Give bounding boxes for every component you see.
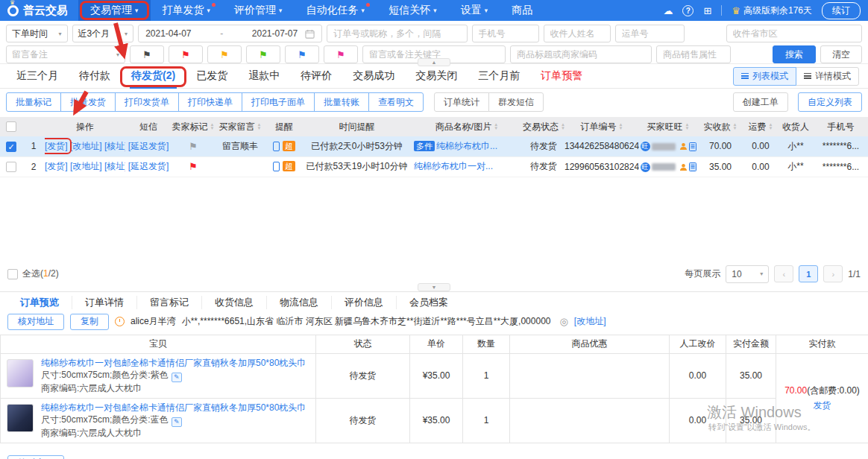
batch-ship-button[interactable]: 批量发货: [60, 92, 116, 112]
product-link[interactable]: 纯棉纱布枕巾一对...: [414, 161, 493, 171]
next-page-button[interactable]: ›: [823, 265, 843, 282]
seller-flag-icon[interactable]: ⚑: [189, 141, 198, 152]
col-trade-status[interactable]: 交易状态▲▼: [523, 117, 564, 136]
tab-trade-success[interactable]: 交易成功: [342, 64, 405, 89]
ship-now-link[interactable]: 发货: [814, 400, 831, 411]
ship-link[interactable]: [发货]: [45, 141, 68, 151]
per-page-select[interactable]: 10▾: [726, 265, 769, 283]
print-eorder-button[interactable]: 打印电子面单: [242, 92, 315, 112]
nav-item-automation[interactable]: 自动化任务▾: [295, 0, 377, 21]
wangwang-icon[interactable]: 旺: [641, 142, 650, 151]
product-attr-input[interactable]: [656, 45, 731, 63]
tab-pending-review[interactable]: 待评价: [290, 64, 342, 89]
collapse-up-handle[interactable]: ▲: [418, 58, 450, 66]
tab-member-file[interactable]: 会员档案: [396, 296, 461, 309]
flag-dark-button[interactable]: ⚑: [130, 45, 164, 63]
custom-list-button[interactable]: 自定义列表: [798, 92, 862, 112]
nav-item-print-ship[interactable]: 打单发货▾: [151, 0, 223, 21]
tab-pending-shipment[interactable]: 待发货(2): [121, 64, 186, 89]
select-all-checkbox[interactable]: [7, 269, 18, 279]
flag-blue-button[interactable]: ⚑: [285, 45, 319, 63]
clear-button[interactable]: 清空: [820, 45, 862, 63]
tab-review-info[interactable]: 评价信息: [331, 296, 396, 309]
list-mode-button[interactable]: 列表模式: [733, 67, 796, 86]
apps-icon[interactable]: ⊞: [703, 5, 711, 16]
message-remark-select[interactable]: 留言备注▾: [6, 45, 125, 63]
nav-item-review-management[interactable]: 评价管理▾: [222, 0, 295, 21]
region-input[interactable]: [726, 25, 862, 42]
tab-refunding[interactable]: 退款中: [238, 64, 290, 89]
col-freight[interactable]: 运费▲▼: [743, 117, 778, 136]
tab-pending-payment[interactable]: 待付款: [69, 64, 121, 89]
select-all-header-checkbox[interactable]: [6, 121, 16, 132]
change-address-link[interactable]: [改地址]: [70, 141, 102, 151]
row-checkbox[interactable]: ✓: [6, 142, 16, 152]
tracking-no-input[interactable]: [615, 25, 685, 42]
copy-button[interactable]: 复制: [70, 314, 109, 330]
member-icon[interactable]: [679, 163, 688, 171]
print-ship-list-button[interactable]: 打印发货单: [115, 92, 179, 112]
flag-magenta-button[interactable]: ⚑: [324, 45, 358, 63]
eye-icon[interactable]: ◎: [560, 316, 568, 327]
prev-page-button[interactable]: ‹: [774, 265, 793, 282]
print-express-button[interactable]: 打印快递单: [178, 92, 242, 112]
edit-address-link[interactable]: [改地址]: [574, 315, 606, 328]
phone-input[interactable]: [472, 25, 539, 42]
col-seller-mark[interactable]: 卖家标记▲▼: [172, 117, 215, 136]
tab-logistics-info[interactable]: 物流信息: [266, 296, 331, 309]
nav-item-settings[interactable]: 设置▾: [449, 0, 500, 21]
tab-older-than-three-months[interactable]: 三个月前: [468, 64, 530, 89]
collapse-down-handle[interactable]: ▼: [418, 283, 450, 291]
batch-transfer-button[interactable]: 批量转账: [314, 92, 369, 112]
order-stats-button[interactable]: 订单统计: [434, 92, 489, 112]
cloud-icon[interactable]: ☁: [663, 5, 673, 16]
change-address-link[interactable]: [改地址]: [70, 161, 102, 171]
check-address-button[interactable]: 核对地址: [7, 314, 64, 330]
nav-item-products[interactable]: 商品: [500, 0, 544, 21]
product-link[interactable]: 纯棉纱布枕巾...: [436, 141, 497, 151]
page-1-button[interactable]: 1: [799, 265, 818, 282]
memo-icon[interactable]: [689, 162, 696, 171]
verify-address-link[interactable]: [核址]: [104, 161, 125, 171]
order-time-select[interactable]: 下单时间▾: [6, 25, 68, 42]
product-title-link[interactable]: 纯棉纱布枕巾一对包邮全棉卡通情侣厂家直销秋冬加厚50*80枕头巾: [7, 402, 309, 414]
member-icon[interactable]: [679, 142, 688, 151]
create-ticket-button[interactable]: 创建工单: [733, 92, 788, 112]
tab-receiver-info[interactable]: 收货信息: [201, 296, 266, 309]
delay-ship-link[interactable]: [延迟发货]: [128, 141, 169, 151]
tab-order-detail[interactable]: 订单详情: [72, 296, 136, 309]
tab-order-preview[interactable]: 订单预览: [7, 296, 72, 309]
seller-flag-icon[interactable]: ⚑: [189, 161, 198, 172]
date-range-select[interactable]: 近3个月▾: [72, 25, 134, 42]
col-buyer-message[interactable]: 买家留言▲▼: [215, 117, 265, 136]
col-buyer-wangwang[interactable]: 买家旺旺▲▼: [639, 117, 697, 136]
edit-spec-icon[interactable]: ✎: [172, 417, 182, 427]
col-order-no[interactable]: 订单编号▲▼: [564, 117, 639, 136]
product-title-link[interactable]: 纯棉纱布枕巾一对包邮全棉卡通情侣厂家直销秋冬加厚50*80枕头巾: [7, 358, 309, 369]
wangwang-icon[interactable]: 旺: [641, 162, 650, 172]
tab-order-warning[interactable]: 订单预警: [530, 64, 593, 89]
memo-icon[interactable]: [689, 142, 696, 151]
date-range-picker[interactable]: 2021-04-07 - 2021-07-07: [138, 25, 322, 42]
receiver-name-input[interactable]: [544, 25, 611, 42]
tab-message-mark[interactable]: 留言标记: [136, 296, 201, 309]
edit-spec-icon[interactable]: ✎: [172, 373, 182, 382]
group-sms-button[interactable]: 群发短信: [488, 92, 544, 112]
flag-yellow-button[interactable]: ⚑: [207, 45, 242, 63]
ship-link[interactable]: [发货]: [45, 161, 68, 171]
product-title-input[interactable]: [510, 45, 652, 63]
flag-green-button[interactable]: ⚑: [246, 45, 280, 63]
order-no-input[interactable]: [327, 25, 467, 42]
view-plaintext-button[interactable]: 查看明文: [368, 92, 424, 112]
delay-ship-link[interactable]: [延迟发货]: [128, 161, 169, 171]
detail-mode-button[interactable]: 详情模式: [796, 67, 859, 86]
tab-last-three-months[interactable]: 近三个月: [6, 64, 69, 89]
nav-item-trade-management[interactable]: 交易管理▾: [78, 0, 151, 21]
col-product[interactable]: 商品名称/图片▲▼: [411, 117, 523, 136]
tab-trade-closed[interactable]: 交易关闭: [405, 64, 468, 89]
nav-item-sms-care[interactable]: 短信关怀▾: [377, 0, 449, 21]
flag-red-button[interactable]: ⚑: [169, 45, 203, 63]
search-button[interactable]: 搜索: [773, 45, 816, 63]
row-checkbox[interactable]: [6, 162, 16, 172]
tab-shipped[interactable]: 已发货: [186, 64, 238, 89]
